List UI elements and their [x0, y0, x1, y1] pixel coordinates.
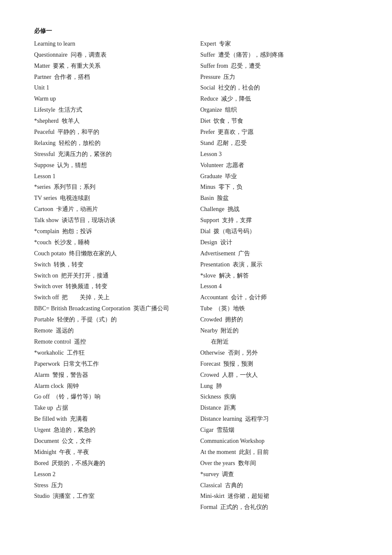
list-item: Classical 古典的: [200, 480, 358, 491]
list-item: Take up 占据: [34, 402, 192, 413]
list-item: Lung 肺: [200, 381, 358, 392]
list-item: Learning to learn: [34, 38, 192, 49]
list-item: Stress 压力: [34, 480, 192, 491]
list-item: Be filled with 充满着: [34, 413, 192, 425]
list-item: Presentation 表演，展示: [200, 259, 358, 270]
list-item: Lesson 2: [34, 469, 192, 480]
list-item: Support 支持，支撑: [200, 215, 358, 226]
list-item: Suffer from 忍受，遭受: [200, 61, 358, 72]
list-item: Challenge 挑战: [200, 204, 358, 215]
list-item: Remote 遥远的: [34, 325, 192, 336]
list-item: Diet 饮食，节食: [200, 116, 358, 127]
list-item: Pressure 压力: [200, 72, 358, 83]
list-item: Distance learning 远程学习: [200, 413, 358, 425]
list-item: Questionnaire 问卷，调查表: [34, 49, 192, 61]
list-item: Cigar 雪茄烟: [200, 425, 358, 436]
list-item: TV series 电视连续剧: [34, 193, 192, 204]
list-item: At the moment 此刻，目前: [200, 447, 358, 458]
list-item: Over the years 数年间: [200, 458, 358, 469]
list-item: Crowded 拥挤的: [200, 314, 358, 325]
list-item: Otherwise 否则，另外: [200, 347, 358, 358]
list-item: Formal 正式的，合礼仪的: [200, 502, 358, 513]
list-item: Nearby 附近的: [200, 325, 358, 336]
list-item: Partner 合作者，搭档: [34, 72, 192, 83]
list-item: Graduate 毕业: [200, 171, 358, 182]
list-item: Lesson 4: [200, 281, 358, 292]
list-item: Alarm 警报，警告器: [34, 370, 192, 381]
list-item: Unit 1: [34, 82, 192, 93]
list-item: Dial 拨（电话号码）: [200, 226, 358, 237]
list-item: Studio 演播室，工作室: [34, 491, 192, 502]
list-item: Basin 脸盆: [200, 193, 358, 204]
left-column: Learning to learnQuestionnaire 问卷，调查表Mat…: [34, 38, 192, 513]
list-item: Couch potato 终日懒散在家的人: [34, 248, 192, 259]
list-item: Relaxing 轻松的，放松的: [34, 138, 192, 149]
list-item: Expert 专家: [200, 38, 358, 49]
list-item: Midnight 午夜，半夜: [34, 447, 192, 458]
list-item: Document 公文，文件: [34, 436, 192, 447]
page-title: 必修一: [34, 26, 358, 37]
list-item: Matter 要紧，有重大关系: [34, 61, 192, 72]
vocabulary-table: Learning to learnQuestionnaire 问卷，调查表Mat…: [34, 38, 358, 513]
list-item: Stressful 充满压力的，紧张的: [34, 149, 192, 160]
list-item: Urgent 急迫的，紧急的: [34, 425, 192, 436]
list-item: *couch 长沙发，睡椅: [34, 237, 192, 248]
list-item: *series 系列节目；系列: [34, 182, 192, 193]
list-item: Switch off 把 关掉，关上: [34, 292, 192, 303]
list-item: Switch on 把开关打开，接通: [34, 270, 192, 281]
list-item: *survey 调查: [200, 469, 358, 480]
list-item: Portable 轻便的，手提（式）的: [34, 314, 192, 325]
list-item: Go off （铃，爆竹等）响: [34, 391, 192, 402]
list-item: Switch over 转换频道，转变: [34, 281, 192, 292]
list-item: Suffer 遭受（痛苦），感到疼痛: [200, 49, 358, 61]
list-item: Mini-skirt 迷你裙，超短裙: [200, 491, 358, 502]
list-item: Stand 忍耐，忍受: [200, 138, 358, 149]
list-item: Volunteer 志愿者: [200, 160, 358, 171]
list-item: Forecast 预报，预测: [200, 358, 358, 370]
list-item: Lifestyle 生活方式: [34, 104, 192, 116]
list-item: Sickness 疾病: [200, 391, 358, 402]
list-item: Lesson 1: [34, 171, 192, 182]
list-item: *slove 解决，解答: [200, 270, 358, 281]
list-item: Crowed 人群，一伙人: [200, 370, 358, 381]
list-item: Talk show 谈话节目，现场访谈: [34, 215, 192, 226]
list-item: Peaceful 平静的，和平的: [34, 127, 192, 138]
list-item: BBC= British Broadcasting Corporation 英语…: [34, 303, 192, 314]
list-item: Prefer 更喜欢，宁愿: [200, 127, 358, 138]
list-item: Cartoon 卡通片，动画片: [34, 204, 192, 215]
list-item: Tube （英）地铁: [200, 303, 358, 314]
list-item: Bored 厌烦的，不感兴趣的: [34, 458, 192, 469]
list-item: Alarm clock 闹钟: [34, 381, 192, 392]
list-item: *complain 抱怨；投诉: [34, 226, 192, 237]
right-column: Expert 专家Suffer 遭受（痛苦），感到疼痛Suffer from 忍…: [200, 38, 358, 513]
list-item: Reduce 减少，降低: [200, 93, 358, 104]
list-item: 在附近: [200, 336, 358, 347]
list-item: Warm up: [34, 93, 192, 104]
list-item: Organize 组织: [200, 104, 358, 116]
list-item: *workaholic 工作狂: [34, 347, 192, 358]
list-item: Remote control 遥控: [34, 336, 192, 347]
list-item: Communication Workshop: [200, 436, 358, 447]
list-item: *shepherd 牧羊人: [34, 116, 192, 127]
list-item: Suppose 认为，猜想: [34, 160, 192, 171]
list-item: Accountant 会计，会计师: [200, 292, 358, 303]
list-item: Paperwork 日常文书工作: [34, 358, 192, 370]
list-item: Minus 零下，负: [200, 182, 358, 193]
list-item: Design 设计: [200, 237, 358, 248]
list-item: Advertisement 广告: [200, 248, 358, 259]
list-item: Lesson 3: [200, 149, 358, 160]
list-item: Distance 距离: [200, 402, 358, 413]
list-item: Switch 转换，转变: [34, 259, 192, 270]
list-item: Social 社交的，社会的: [200, 82, 358, 93]
